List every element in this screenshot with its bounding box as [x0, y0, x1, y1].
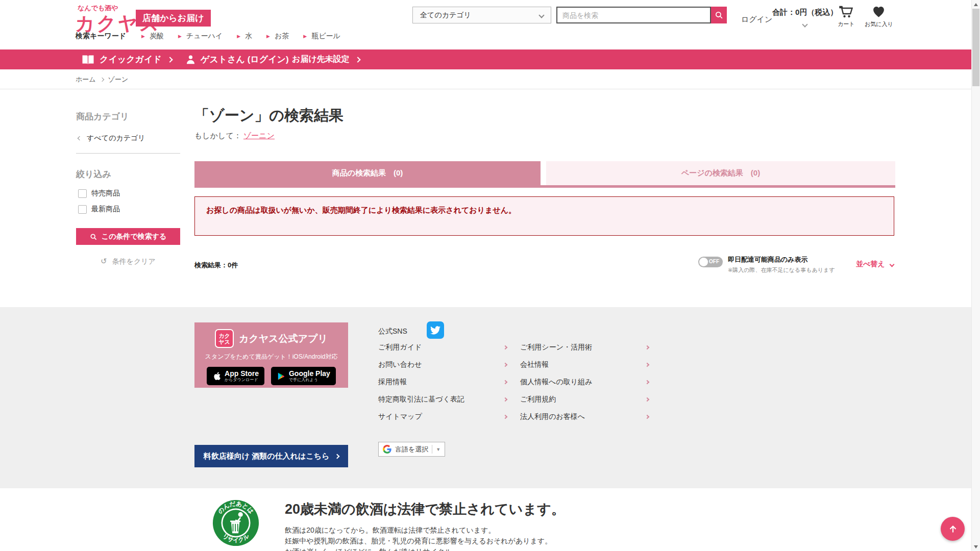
chevron-left-icon [78, 136, 82, 140]
chevron-right-icon [645, 380, 649, 384]
same-day-delivery-toggle-group: OFF 即日配達可能商品のみ表示 ※購入の際、在庫不足になる事もあります [698, 255, 835, 274]
chevron-right-icon [645, 363, 649, 367]
b2b-wholesale-button[interactable]: 料飲店様向け 酒類の仕入れはこちら [194, 445, 348, 467]
chevron-right-icon [503, 380, 507, 384]
footer-link-law[interactable]: 特定商取引法に基づく表記 [378, 395, 507, 404]
all-categories-link[interactable]: すべてのカテゴリ [78, 134, 145, 143]
footer-link-company[interactable]: 会社情報 [520, 360, 649, 369]
age-warning-text: 飲酒は20歳になってから。飲酒運転は法律で禁止されています。 妊娠中や授乳期の飲… [285, 525, 552, 551]
sort-button[interactable]: 並べ替え [856, 260, 894, 269]
user-icon [186, 55, 195, 64]
chevron-right-icon [645, 415, 649, 419]
filter-checkbox-new[interactable]: 最新商品 [78, 205, 120, 214]
tab-page-results[interactable]: ページの検索結果 (0) [546, 161, 895, 185]
toggle-note: ※購入の際、在庫不足になる事もあります [728, 266, 835, 274]
reset-icon: ↺ [101, 257, 107, 265]
search-input[interactable] [556, 7, 711, 23]
quick-guide-link[interactable]: クイックガイド [82, 49, 172, 69]
suggestion-link[interactable]: ゾーニン [243, 131, 275, 140]
keyword-link-chuhai[interactable]: ▶チューハイ [178, 32, 223, 41]
login-link[interactable]: ログイン [741, 15, 772, 24]
search-icon [715, 11, 723, 19]
clear-filters-button[interactable]: ↺ 条件をクリア [76, 257, 180, 266]
keyword-link-mizu[interactable]: ▶水 [237, 32, 252, 41]
guest-login-link[interactable]: ゲストさん (ログイン) [186, 49, 289, 69]
filter-checkbox-sale[interactable]: 特売商品 [78, 189, 120, 198]
arrow-up-icon [947, 523, 959, 535]
page-title: 「ゾーン」の検索結果 [194, 106, 344, 126]
footer-link-privacy[interactable]: 個人情報への取り組み [520, 378, 649, 387]
search-icon [90, 233, 97, 240]
divider [432, 445, 432, 454]
result-count: 検索結果：0件 [194, 261, 238, 270]
quick-nav-bar: クイックガイド ゲストさん (ログイン) お届け先未設定 [0, 49, 980, 69]
scroll-to-top-button[interactable] [941, 517, 965, 541]
scrollbar[interactable] [971, 0, 980, 551]
footer-link-recruit[interactable]: 採用情報 [378, 378, 507, 387]
age-notice-section: のんだあとは リサイクル 20歳未満の飲酒は法律で禁止されています。 飲酒は20… [0, 488, 980, 551]
triangle-icon: ▶ [237, 34, 240, 39]
tab-product-results[interactable]: 商品の検索結果 (0) [194, 161, 541, 185]
category-select[interactable]: 全てのカテゴリ [412, 7, 551, 23]
footer-link-terms[interactable]: ご利用規約 [520, 395, 649, 404]
caret-down-icon: ▼ [436, 447, 440, 452]
checkbox-icon [78, 189, 87, 198]
app-subtitle: スタンプをためて賞品ゲット！iOS/Android対応 [194, 353, 348, 361]
app-promo-box: カクヤス カクヤス公式アプリ スタンプをためて賞品ゲット！iOS/Android… [194, 322, 348, 388]
keyword-link-tansan[interactable]: ▶炭酸 [141, 32, 164, 41]
google-play-badge[interactable]: Google Play で手に入れよう [271, 367, 336, 385]
site-footer: カクヤス カクヤス公式アプリ スタンプをためて賞品ゲット！iOS/Android… [0, 307, 980, 488]
chevron-right-icon [355, 57, 360, 62]
breadcrumb-current: ゾーン [108, 75, 129, 84]
apple-icon [212, 371, 221, 381]
checkbox-icon [78, 205, 87, 214]
filter-section-title: 絞り込み [76, 168, 111, 180]
scrollbar-down-arrow[interactable] [972, 542, 980, 551]
search-keywords-row: 検索キーワード ▶炭酸 ▶チューハイ ▶水 ▶お茶 ▶瓶ビール [76, 32, 355, 41]
chevron-right-icon [645, 345, 649, 349]
heart-icon [872, 6, 885, 18]
keyword-link-ocha[interactable]: ▶お茶 [266, 32, 289, 41]
scrollbar-thumb[interactable] [972, 9, 979, 86]
chevron-down-icon [802, 21, 808, 27]
search-suggestion: もしかして： ゾーニン [194, 131, 275, 141]
cart-button[interactable]: カート [838, 6, 855, 28]
chevron-right-icon [335, 454, 340, 459]
footer-link-guide[interactable]: ご利用ガイド [378, 343, 507, 352]
apply-filters-button[interactable]: この条件で検索する [76, 228, 180, 245]
scrollbar-up-arrow[interactable] [972, 0, 980, 9]
language-select[interactable]: 言語を選択 ▼ [378, 442, 445, 457]
favorites-button[interactable]: お気に入り [865, 6, 893, 28]
toggle-switch[interactable]: OFF [698, 257, 723, 267]
recycle-logo: のんだあとは リサイクル [212, 499, 259, 546]
book-icon [82, 55, 94, 65]
cart-icon [839, 6, 853, 18]
keyword-link-binbeer[interactable]: ▶瓶ビール [303, 32, 340, 41]
chevron-right-icon [503, 397, 507, 402]
toggle-state: OFF [709, 259, 719, 264]
twitter-button[interactable] [427, 321, 444, 339]
app-store-badge[interactable]: App Store からダウンロード [207, 367, 264, 385]
toggle-knob [699, 258, 708, 266]
triangle-icon: ▶ [178, 34, 182, 39]
chevron-right-icon [503, 363, 507, 367]
footer-link-scenes[interactable]: ご利用シーン・活用術 [520, 343, 649, 352]
google-icon [383, 445, 391, 454]
cart-total[interactable]: 合計：0円（税込） [772, 8, 838, 28]
app-icon: カクヤス [215, 329, 234, 348]
footer-link-contact[interactable]: お問い合わせ [378, 360, 507, 369]
google-play-icon [277, 371, 285, 381]
sns-label: 公式SNS [378, 327, 407, 336]
page: なんでも酒や カクヤス 店舗からお届け 検索キーワード ▶炭酸 ▶チューハイ ▶… [0, 0, 980, 551]
delivery-address-link[interactable]: お届け先未設定 [292, 49, 360, 69]
chevron-down-icon [889, 262, 894, 267]
search-group: 全てのカテゴリ [412, 7, 727, 23]
triangle-icon: ▶ [266, 34, 270, 39]
footer-link-sitemap[interactable]: サイトマップ [378, 412, 507, 421]
category-section-title: 商品カテゴリ [76, 111, 129, 122]
search-button[interactable] [711, 7, 727, 23]
keywords-label: 検索キーワード [76, 32, 126, 41]
chevron-right-icon [503, 415, 507, 419]
footer-link-corporate[interactable]: 法人利用のお客様へ [520, 412, 649, 421]
breadcrumb-home[interactable]: ホーム [76, 75, 96, 84]
